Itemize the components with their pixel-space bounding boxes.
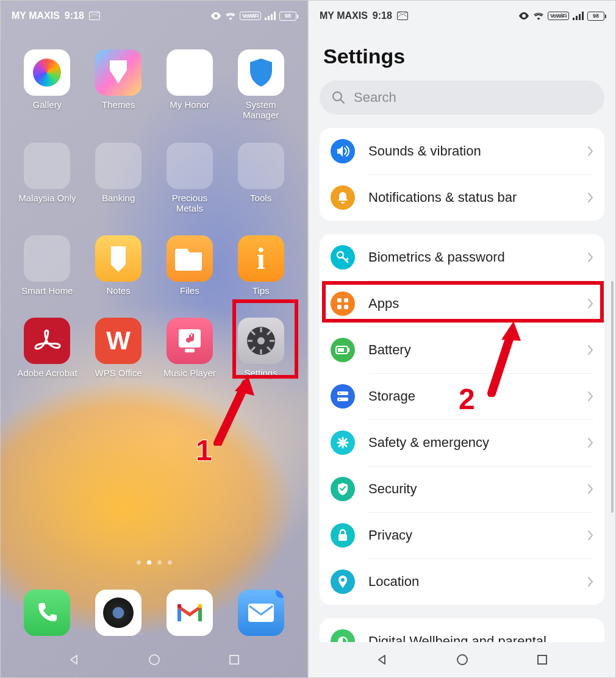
- phone-icon: [24, 590, 70, 636]
- search-placeholder: Search: [354, 90, 396, 105]
- svg-rect-22: [576, 16, 578, 20]
- annotation-number-2: 2: [459, 382, 475, 416]
- folder-smart-home[interactable]: Smart Home: [17, 235, 77, 296]
- svg-point-38: [339, 399, 340, 400]
- svg-rect-20: [230, 655, 238, 664]
- nav-bar: [1, 642, 307, 677]
- signal-icon: [573, 12, 584, 20]
- search-icon: [332, 91, 345, 104]
- storage-icon: [331, 384, 355, 409]
- wifi-icon: [225, 12, 236, 20]
- app-myhonor[interactable]: My Honor: [160, 49, 220, 121]
- nav-recent[interactable]: [535, 653, 549, 666]
- annotation-box-1: [232, 299, 298, 379]
- app-themes[interactable]: Themes: [88, 49, 149, 121]
- svg-rect-23: [579, 14, 581, 20]
- app-phone[interactable]: [17, 590, 77, 636]
- folder-precious-metals[interactable]: Precious Metals: [160, 143, 220, 214]
- folder-icon: [24, 143, 70, 189]
- row-security[interactable]: Security: [320, 466, 604, 512]
- svg-rect-5: [185, 349, 195, 352]
- myhonor-folder-icon: [167, 49, 213, 96]
- chevron-right-icon: [587, 252, 593, 263]
- dock: [1, 590, 307, 636]
- nav-recent[interactable]: [227, 653, 241, 666]
- chevron-right-icon: [587, 437, 593, 448]
- svg-rect-34: [338, 348, 344, 352]
- svg-point-44: [341, 578, 345, 582]
- svg-rect-21: [573, 18, 575, 20]
- folder-tools[interactable]: Tools: [231, 143, 291, 214]
- svg-rect-33: [348, 348, 349, 352]
- status-bar: MY MAXIS 9:18 VoWiFi 98: [309, 1, 615, 31]
- svg-line-26: [340, 99, 344, 103]
- carrier-label: MY MAXIS: [320, 10, 368, 21]
- chevron-right-icon: [587, 344, 593, 355]
- nav-back[interactable]: [375, 653, 389, 666]
- annotation-box-2: [322, 281, 604, 323]
- shield-check-icon: [331, 477, 355, 501]
- search-input[interactable]: Search: [320, 80, 604, 115]
- row-sounds-vibration[interactable]: Sounds & vibration: [320, 128, 604, 174]
- nav-home[interactable]: [456, 653, 469, 666]
- row-digital-wellbeing[interactable]: Digital Wellbeing and parental: [320, 618, 604, 642]
- svg-rect-43: [338, 534, 347, 541]
- row-privacy[interactable]: Privacy: [320, 512, 604, 558]
- annotation-arrow-2: [481, 318, 523, 397]
- app-camera[interactable]: [88, 590, 149, 636]
- annotation-number-1: 1: [196, 434, 212, 467]
- app-system-manager[interactable]: System Manager: [231, 49, 291, 121]
- app-gmail[interactable]: [160, 590, 220, 636]
- volume-icon: [331, 139, 355, 163]
- mail-icon: [238, 590, 284, 636]
- chevron-right-icon: [587, 484, 593, 494]
- camera-icon: [95, 590, 141, 636]
- nav-home[interactable]: [148, 653, 161, 666]
- themes-icon: [95, 49, 141, 96]
- nav-back[interactable]: [67, 653, 81, 666]
- app-music-player[interactable]: Music Player: [160, 318, 220, 378]
- chevron-right-icon: [587, 530, 593, 541]
- folder-malaysia-only[interactable]: Malaysia Only: [17, 143, 77, 214]
- folder-banking[interactable]: Banking: [88, 143, 149, 214]
- svg-rect-3: [274, 12, 276, 20]
- folder-icon: [24, 235, 70, 282]
- svg-point-19: [149, 655, 159, 665]
- svg-rect-24: [582, 12, 584, 20]
- row-safety-emergency[interactable]: Safety & emergency: [320, 419, 604, 466]
- home-screen: MY MAXIS 9:18 VoWiFi 98 Gallery Themes: [0, 0, 308, 678]
- info-icon: i: [238, 235, 284, 282]
- svg-rect-35: [337, 391, 348, 395]
- app-wps-office[interactable]: W WPS Office: [88, 318, 149, 378]
- app-tips[interactable]: i Tips: [231, 235, 291, 296]
- chevron-right-icon: [587, 192, 593, 203]
- scroll-indicator[interactable]: [611, 281, 614, 513]
- clock: 9:18: [373, 10, 392, 21]
- vowifi-badge: VoWiFi: [240, 12, 261, 20]
- nav-bar: [309, 642, 615, 677]
- wifi-icon: [533, 12, 544, 20]
- gmail-icon: [167, 590, 213, 636]
- row-battery[interactable]: Battery: [320, 327, 604, 373]
- pencil-icon: [95, 235, 141, 282]
- gallery-icon: [24, 49, 70, 96]
- svg-rect-36: [337, 398, 348, 401]
- bell-icon: [331, 185, 355, 210]
- page-indicator: [1, 560, 307, 565]
- battery-icon: 98: [279, 12, 296, 21]
- app-mail[interactable]: [231, 590, 291, 636]
- vowifi-badge: VoWiFi: [548, 12, 569, 20]
- music-icon: [167, 318, 213, 364]
- app-gallery[interactable]: Gallery: [17, 49, 77, 121]
- lock-icon: [331, 523, 355, 548]
- acrobat-icon: [24, 318, 70, 364]
- row-biometrics-password[interactable]: Biometrics & password: [320, 234, 604, 280]
- svg-rect-0: [265, 18, 267, 20]
- app-adobe-acrobat[interactable]: Adobe Acrobat: [17, 318, 77, 378]
- app-files[interactable]: Files: [160, 235, 220, 296]
- settings-screen: MY MAXIS 9:18 VoWiFi 98 Settings Search …: [308, 0, 616, 678]
- chevron-right-icon: [587, 391, 593, 402]
- app-notes[interactable]: Notes: [88, 235, 149, 296]
- row-notifications-status-bar[interactable]: Notifications & status bar: [320, 174, 604, 221]
- row-location[interactable]: Location: [320, 558, 604, 605]
